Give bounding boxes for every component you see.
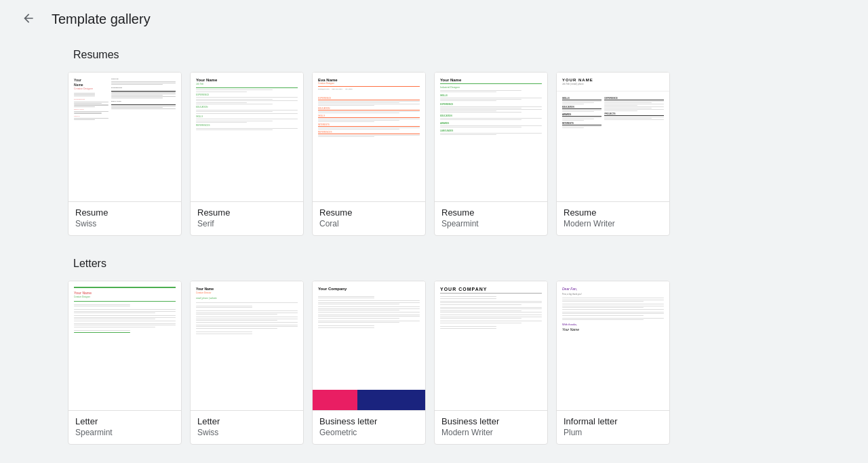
template-subtitle-resume-swiss: Swiss [75, 219, 174, 228]
template-card-resume-swiss[interactable]: Your Name Creative Designer Experience [68, 72, 182, 236]
template-subtitle-biz-letter-geometric: Geometric [319, 428, 418, 437]
template-name-letter-swiss: Letter [197, 416, 296, 426]
template-card-biz-letter-modern-writer[interactable]: YOUR COMPANY [434, 281, 548, 445]
back-button[interactable] [16, 7, 41, 31]
template-name-biz-letter-modern-writer: Business letter [441, 416, 540, 426]
template-name-resume-spearmint: Resume [441, 207, 540, 218]
resumes-section: Resumes Your Name Creative Designer [68, 49, 800, 236]
resumes-section-title: Resumes [68, 49, 800, 61]
template-card-resume-modern-writer[interactable]: YOUR NAME Job Title | email | phone Skil… [556, 72, 670, 236]
template-card-resume-spearmint[interactable]: Your Name Industrial Designer Skills Exp… [434, 72, 548, 236]
template-info-resume-spearmint: Resume Spearmint [435, 201, 547, 235]
template-name-resume-modern-writer: Resume [564, 207, 663, 218]
template-name-resume-coral: Resume [319, 207, 418, 218]
template-info-resume-serif: Resume Serif [191, 201, 303, 235]
template-preview-resume-serif: Your Name Job Title Experience Education [191, 73, 303, 201]
template-subtitle-resume-modern-writer: Modern Writer [564, 219, 663, 228]
template-subtitle-biz-letter-modern-writer: Modern Writer [441, 428, 540, 437]
template-subtitle-letter-swiss: Swiss [197, 428, 296, 437]
template-name-resume-swiss: Resume [75, 207, 174, 218]
template-subtitle-informal-letter-plum: Plum [564, 428, 663, 437]
template-card-informal-letter-plum[interactable]: Dear Fan, First, a big thank you! [556, 281, 670, 445]
resumes-grid: Your Name Creative Designer Experience [68, 72, 800, 236]
template-name-biz-letter-geometric: Business letter [319, 416, 418, 426]
content-area: Resumes Your Name Creative Designer [0, 38, 868, 463]
template-preview-biz-letter-geometric: Your Company [313, 281, 425, 410]
template-name-resume-serif: Resume [197, 207, 296, 218]
template-info-resume-coral: Resume Coral [313, 201, 425, 235]
template-preview-informal-letter-plum: Dear Fan, First, a big thank you! [557, 281, 669, 410]
template-preview-resume-spearmint: Your Name Industrial Designer Skills Exp… [435, 73, 547, 201]
letters-section: Letters Your Name Creative Designer [68, 258, 800, 445]
template-card-resume-serif[interactable]: Your Name Job Title Experience Education [190, 72, 304, 236]
letters-section-title: Letters [68, 258, 800, 270]
template-subtitle-resume-coral: Coral [319, 219, 418, 228]
template-card-letter-spearmint[interactable]: Your Name Creative Designer [68, 281, 182, 445]
template-preview-biz-letter-modern-writer: YOUR COMPANY [435, 281, 547, 410]
template-card-letter-swiss[interactable]: Your Name Creative Director email | phon… [190, 281, 304, 445]
template-info-resume-swiss: Resume Swiss [68, 201, 181, 235]
template-preview-resume-modern-writer: YOUR NAME Job Title | email | phone Skil… [557, 73, 669, 201]
back-arrow-icon [22, 12, 35, 27]
header: Template gallery [0, 0, 868, 38]
template-preview-letter-spearmint: Your Name Creative Designer [68, 281, 181, 410]
template-card-resume-coral[interactable]: Eva Name Creative Designer email@ex.com … [312, 72, 426, 236]
template-name-letter-spearmint: Letter [75, 416, 174, 426]
template-info-informal-letter-plum: Informal letter Plum [557, 410, 669, 444]
template-preview-letter-swiss: Your Name Creative Director email | phon… [191, 281, 303, 410]
template-subtitle-resume-spearmint: Spearmint [441, 219, 540, 228]
template-card-biz-letter-geometric[interactable]: Your Company [312, 281, 426, 445]
template-subtitle-letter-spearmint: Spearmint [75, 428, 174, 437]
template-info-letter-spearmint: Letter Spearmint [68, 410, 181, 444]
template-info-resume-modern-writer: Resume Modern Writer [557, 201, 669, 235]
template-info-biz-letter-geometric: Business letter Geometric [313, 410, 425, 444]
template-info-letter-swiss: Letter Swiss [191, 410, 303, 444]
template-subtitle-resume-serif: Serif [197, 219, 296, 228]
template-preview-resume-coral: Eva Name Creative Designer email@ex.com … [313, 73, 425, 201]
template-name-informal-letter-plum: Informal letter [564, 416, 663, 426]
page-title: Template gallery [52, 12, 151, 27]
letters-grid: Your Name Creative Designer [68, 281, 800, 445]
template-preview-resume-swiss: Your Name Creative Designer Experience [68, 73, 181, 201]
template-info-biz-letter-modern-writer: Business letter Modern Writer [435, 410, 547, 444]
